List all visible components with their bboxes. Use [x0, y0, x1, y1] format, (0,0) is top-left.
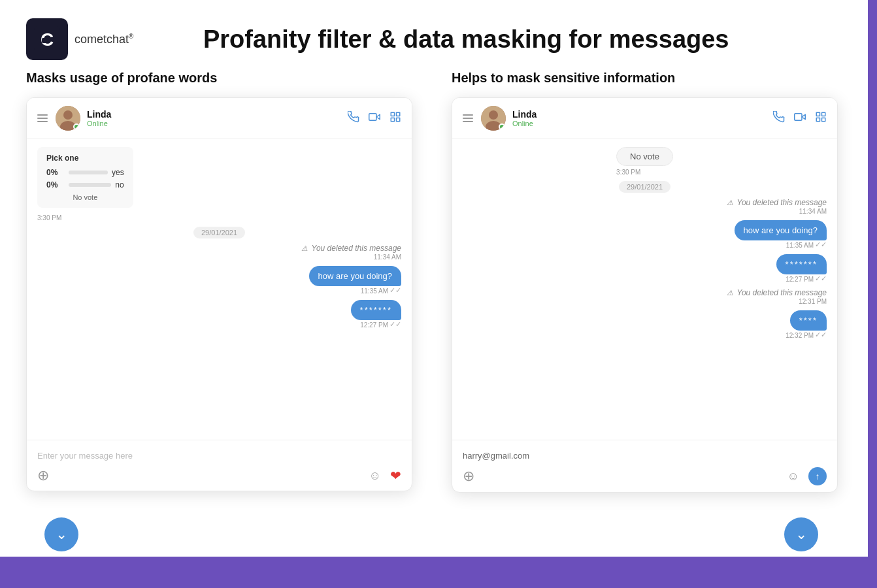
outgoing-msg-1: how are you doing?: [309, 266, 401, 286]
left-section: Masks usage of profane words Linda: [26, 71, 412, 493]
message-input-placeholder[interactable]: Enter your message here: [37, 447, 401, 465]
right-scroll-down-btn[interactable]: ⌄: [784, 517, 818, 551]
poll-option-no: 0% no: [46, 180, 124, 189]
right-chat-body: No vote 3:30 PM 29/01/2021 ⚠ You deleted…: [452, 139, 837, 440]
email-value[interactable]: harry@gmail.com: [463, 447, 827, 465]
right-section-title: Helps to mask sensitive information: [452, 71, 838, 86]
poll-option-yes: 0% yes: [46, 168, 124, 177]
video-icon[interactable]: [369, 111, 380, 125]
right-deleted-time-2: 12:31 PM: [799, 298, 827, 305]
svg-point-4: [63, 110, 73, 120]
right-input-actions: ⊕ ☺ ↑: [463, 467, 827, 485]
page-header: C cometchat® Profanity filter & data mas…: [0, 0, 877, 71]
right-chat-window: Linda Online: [452, 97, 838, 493]
right-contact-status: Online: [512, 120, 773, 127]
svg-rect-10: [397, 118, 400, 122]
bottom-accent-bar: [0, 557, 877, 588]
right-phone-icon[interactable]: [773, 111, 785, 125]
right-msg2-time: 12:27 PM: [786, 276, 814, 283]
right-msg-group-2: ******* 12:27 PM ✓✓: [463, 254, 827, 283]
deleted-time: 11:34 AM: [374, 253, 401, 261]
checkmarks-2: ✓✓: [389, 320, 401, 329]
right-deleted-msg-2: ⚠ You deleted this message: [727, 288, 827, 297]
left-avatar: [56, 106, 80, 131]
hamburger-icon[interactable]: [37, 114, 48, 122]
masked-msg-1: *******: [351, 300, 401, 320]
contact-status: Online: [87, 120, 348, 127]
right-avatar: [481, 106, 506, 131]
right-msg1-time: 11:35 AM: [786, 242, 814, 249]
right-contact-name: Linda: [512, 109, 773, 120]
right-emoji-icon[interactable]: ☺: [787, 470, 799, 483]
checkmarks-1: ✓✓: [389, 286, 401, 295]
no-vote-badge: No vote: [616, 147, 673, 166]
main-content: Masks usage of profane words Linda: [0, 71, 877, 493]
left-chat-body: Pick one 0% yes 0% no: [27, 139, 412, 440]
heart-icon[interactable]: ❤: [390, 468, 401, 483]
svg-rect-20: [816, 118, 819, 122]
trademark: ®: [129, 33, 133, 40]
header-actions: [348, 111, 401, 125]
right-msg-group-3: **** 12:32 PM ✓✓: [463, 310, 827, 339]
right-warning-icon-2: ⚠: [727, 289, 733, 297]
left-scroll-down-btn[interactable]: ⌄: [44, 517, 78, 551]
svg-rect-17: [816, 112, 819, 116]
right-deleted-text-1: You deleted this message: [737, 198, 827, 207]
poll-label: Pick one: [46, 154, 124, 163]
left-deleted-message: ⚠ You deleted this message: [301, 244, 401, 253]
send-icon[interactable]: ↑: [808, 467, 827, 485]
logo: C cometchat®: [26, 18, 133, 60]
poll-no-label: no: [115, 180, 124, 189]
plus-icon[interactable]: ⊕: [37, 467, 49, 484]
right-deleted-time-1: 11:34 AM: [799, 208, 827, 215]
left-chevron-down-icon: ⌄: [56, 526, 67, 543]
right-masked-msg-2: ****: [790, 310, 827, 331]
right-time-before-date: 3:30 PM: [616, 169, 640, 176]
svg-rect-8: [391, 112, 394, 116]
online-indicator: [73, 123, 80, 130]
right-input-area: harry@gmail.com ⊕ ☺ ↑: [452, 440, 837, 492]
poll-no-percent: 0%: [46, 180, 65, 189]
right-masked-msg-1: *******: [776, 254, 827, 274]
right-layout-icon[interactable]: [815, 111, 827, 125]
right-section: Helps to mask sensitive information Lind…: [452, 71, 851, 493]
svg-rect-16: [795, 114, 802, 121]
poll-time: 3:30 PM: [37, 214, 61, 221]
poll-no-vote[interactable]: No vote: [46, 193, 124, 201]
left-input-area: Enter your message here ⊕ ☺ ❤: [27, 440, 412, 491]
left-msg-group-2: ******* 12:27 PM ✓✓: [37, 300, 401, 329]
logo-icon: C: [26, 18, 68, 60]
poll-yes-label: yes: [112, 168, 124, 177]
msg2-time: 12:27 PM: [360, 321, 388, 329]
brand-name: cometchat®: [74, 33, 133, 46]
svg-rect-7: [369, 114, 376, 121]
phone-icon[interactable]: [348, 111, 359, 125]
left-input-actions: ⊕ ☺ ❤: [37, 467, 401, 484]
right-header-actions: [773, 111, 827, 125]
msg1-time: 11:35 AM: [361, 287, 388, 295]
contact-info: Linda Online: [87, 109, 348, 127]
emoji-icon[interactable]: ☺: [369, 469, 381, 483]
right-deleted-text-2: You deleted this message: [737, 288, 827, 297]
right-deleted-msg-1: ⚠ You deleted this message: [727, 198, 827, 207]
poll-widget: Pick one 0% yes 0% no: [37, 147, 133, 208]
right-accent-bar: [868, 0, 877, 588]
right-checkmarks-3: ✓✓: [815, 331, 827, 339]
right-warning-icon-1: ⚠: [727, 199, 733, 207]
right-video-icon[interactable]: [794, 111, 806, 125]
right-contact-info: Linda Online: [512, 109, 773, 127]
right-outgoing-msg-1: how are you doing?: [735, 220, 827, 240]
right-hamburger-icon[interactable]: [463, 114, 473, 122]
poll-yes-bar-bg: [69, 171, 108, 174]
right-msg-group-1: how are you doing? 11:35 AM ✓✓: [463, 220, 827, 249]
right-checkmarks-1: ✓✓: [815, 240, 827, 249]
poll-no-bar-bg: [69, 183, 111, 187]
left-msg-group-1: how are you doing? 11:35 AM ✓✓: [37, 266, 401, 295]
right-plus-icon[interactable]: ⊕: [463, 468, 474, 485]
svg-marker-6: [376, 114, 380, 120]
svg-rect-2: [42, 38, 47, 43]
layout-icon[interactable]: [389, 111, 401, 125]
right-chevron-down-icon: ⌄: [795, 526, 807, 543]
right-date-separator: 29/01/2021: [619, 181, 670, 193]
left-chat-window: Linda Online: [26, 97, 412, 491]
